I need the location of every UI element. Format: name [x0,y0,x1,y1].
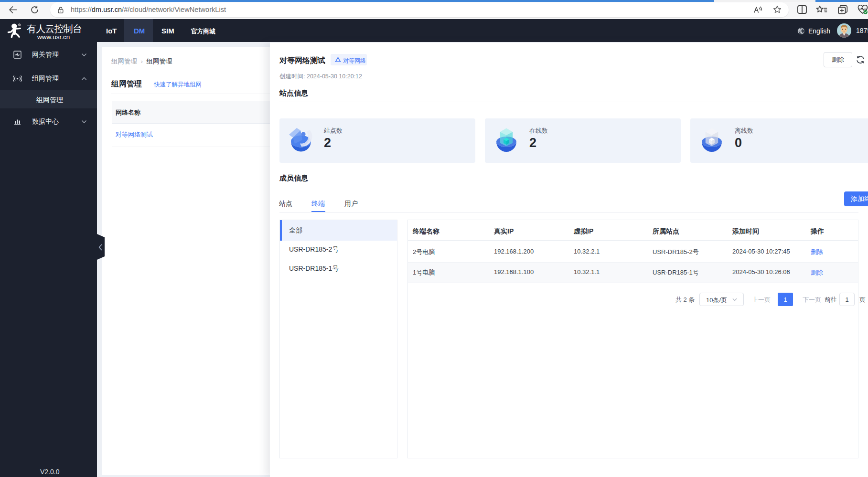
svg-text:R: R [19,24,20,26]
